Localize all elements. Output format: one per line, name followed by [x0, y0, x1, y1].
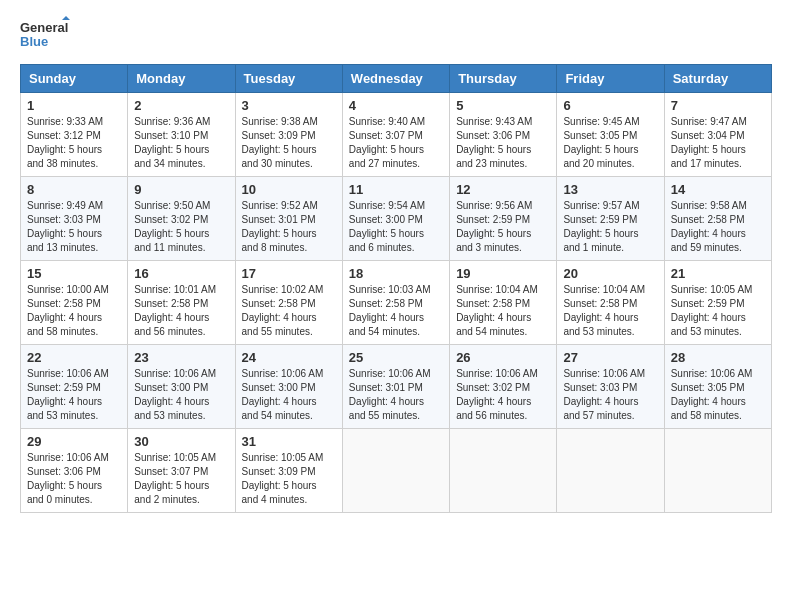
day-number: 28	[671, 350, 765, 365]
day-info: Sunrise: 9:56 AM Sunset: 2:59 PM Dayligh…	[456, 199, 550, 255]
calendar-day-16: 16Sunrise: 10:01 AM Sunset: 2:58 PM Dayl…	[128, 261, 235, 345]
day-info: Sunrise: 9:50 AM Sunset: 3:02 PM Dayligh…	[134, 199, 228, 255]
day-number: 8	[27, 182, 121, 197]
logo: General Blue	[20, 16, 70, 56]
calendar-header-row: SundayMondayTuesdayWednesdayThursdayFrid…	[21, 65, 772, 93]
day-number: 6	[563, 98, 657, 113]
day-info: Sunrise: 9:33 AM Sunset: 3:12 PM Dayligh…	[27, 115, 121, 171]
day-info: Sunrise: 9:47 AM Sunset: 3:04 PM Dayligh…	[671, 115, 765, 171]
calendar-day-20: 20Sunrise: 10:04 AM Sunset: 2:58 PM Dayl…	[557, 261, 664, 345]
day-info: Sunrise: 9:36 AM Sunset: 3:10 PM Dayligh…	[134, 115, 228, 171]
calendar-day-25: 25Sunrise: 10:06 AM Sunset: 3:01 PM Dayl…	[342, 345, 449, 429]
header: General Blue	[20, 16, 772, 56]
day-number: 10	[242, 182, 336, 197]
day-info: Sunrise: 9:54 AM Sunset: 3:00 PM Dayligh…	[349, 199, 443, 255]
calendar-day-19: 19Sunrise: 10:04 AM Sunset: 2:58 PM Dayl…	[450, 261, 557, 345]
calendar-day-24: 24Sunrise: 10:06 AM Sunset: 3:00 PM Dayl…	[235, 345, 342, 429]
calendar-day-22: 22Sunrise: 10:06 AM Sunset: 2:59 PM Dayl…	[21, 345, 128, 429]
day-header-thursday: Thursday	[450, 65, 557, 93]
day-header-sunday: Sunday	[21, 65, 128, 93]
day-info: Sunrise: 10:06 AM Sunset: 3:00 PM Daylig…	[134, 367, 228, 423]
day-header-tuesday: Tuesday	[235, 65, 342, 93]
calendar-week-3: 15Sunrise: 10:00 AM Sunset: 2:58 PM Dayl…	[21, 261, 772, 345]
day-info: Sunrise: 9:40 AM Sunset: 3:07 PM Dayligh…	[349, 115, 443, 171]
day-number: 12	[456, 182, 550, 197]
day-number: 5	[456, 98, 550, 113]
day-number: 7	[671, 98, 765, 113]
day-number: 1	[27, 98, 121, 113]
day-header-friday: Friday	[557, 65, 664, 93]
calendar-day-18: 18Sunrise: 10:03 AM Sunset: 2:58 PM Dayl…	[342, 261, 449, 345]
calendar-day-1: 1Sunrise: 9:33 AM Sunset: 3:12 PM Daylig…	[21, 93, 128, 177]
calendar-day-14: 14Sunrise: 9:58 AM Sunset: 2:58 PM Dayli…	[664, 177, 771, 261]
day-number: 25	[349, 350, 443, 365]
day-number: 21	[671, 266, 765, 281]
calendar-day-27: 27Sunrise: 10:06 AM Sunset: 3:03 PM Dayl…	[557, 345, 664, 429]
day-info: Sunrise: 10:02 AM Sunset: 2:58 PM Daylig…	[242, 283, 336, 339]
calendar-day-17: 17Sunrise: 10:02 AM Sunset: 2:58 PM Dayl…	[235, 261, 342, 345]
day-info: Sunrise: 9:57 AM Sunset: 2:59 PM Dayligh…	[563, 199, 657, 255]
day-number: 2	[134, 98, 228, 113]
day-header-monday: Monday	[128, 65, 235, 93]
day-number: 31	[242, 434, 336, 449]
calendar-day-21: 21Sunrise: 10:05 AM Sunset: 2:59 PM Dayl…	[664, 261, 771, 345]
calendar-day-23: 23Sunrise: 10:06 AM Sunset: 3:00 PM Dayl…	[128, 345, 235, 429]
calendar-day-30: 30Sunrise: 10:05 AM Sunset: 3:07 PM Dayl…	[128, 429, 235, 513]
calendar-day-9: 9Sunrise: 9:50 AM Sunset: 3:02 PM Daylig…	[128, 177, 235, 261]
empty-cell	[342, 429, 449, 513]
day-number: 26	[456, 350, 550, 365]
day-info: Sunrise: 10:05 AM Sunset: 2:59 PM Daylig…	[671, 283, 765, 339]
calendar-week-5: 29Sunrise: 10:06 AM Sunset: 3:06 PM Dayl…	[21, 429, 772, 513]
day-number: 30	[134, 434, 228, 449]
calendar-week-2: 8Sunrise: 9:49 AM Sunset: 3:03 PM Daylig…	[21, 177, 772, 261]
calendar-day-8: 8Sunrise: 9:49 AM Sunset: 3:03 PM Daylig…	[21, 177, 128, 261]
calendar-day-12: 12Sunrise: 9:56 AM Sunset: 2:59 PM Dayli…	[450, 177, 557, 261]
day-info: Sunrise: 10:06 AM Sunset: 3:02 PM Daylig…	[456, 367, 550, 423]
calendar-day-5: 5Sunrise: 9:43 AM Sunset: 3:06 PM Daylig…	[450, 93, 557, 177]
day-info: Sunrise: 10:00 AM Sunset: 2:58 PM Daylig…	[27, 283, 121, 339]
day-info: Sunrise: 10:06 AM Sunset: 3:03 PM Daylig…	[563, 367, 657, 423]
day-number: 27	[563, 350, 657, 365]
day-number: 29	[27, 434, 121, 449]
day-info: Sunrise: 9:52 AM Sunset: 3:01 PM Dayligh…	[242, 199, 336, 255]
calendar-day-28: 28Sunrise: 10:06 AM Sunset: 3:05 PM Dayl…	[664, 345, 771, 429]
day-info: Sunrise: 9:43 AM Sunset: 3:06 PM Dayligh…	[456, 115, 550, 171]
day-header-saturday: Saturday	[664, 65, 771, 93]
day-number: 14	[671, 182, 765, 197]
calendar-day-26: 26Sunrise: 10:06 AM Sunset: 3:02 PM Dayl…	[450, 345, 557, 429]
day-number: 9	[134, 182, 228, 197]
day-info: Sunrise: 10:05 AM Sunset: 3:09 PM Daylig…	[242, 451, 336, 507]
calendar-day-4: 4Sunrise: 9:40 AM Sunset: 3:07 PM Daylig…	[342, 93, 449, 177]
day-info: Sunrise: 10:04 AM Sunset: 2:58 PM Daylig…	[563, 283, 657, 339]
day-info: Sunrise: 10:05 AM Sunset: 3:07 PM Daylig…	[134, 451, 228, 507]
calendar-day-31: 31Sunrise: 10:05 AM Sunset: 3:09 PM Dayl…	[235, 429, 342, 513]
day-number: 22	[27, 350, 121, 365]
logo-svg: General Blue	[20, 16, 70, 56]
day-info: Sunrise: 10:04 AM Sunset: 2:58 PM Daylig…	[456, 283, 550, 339]
day-number: 18	[349, 266, 443, 281]
calendar-day-13: 13Sunrise: 9:57 AM Sunset: 2:59 PM Dayli…	[557, 177, 664, 261]
day-number: 20	[563, 266, 657, 281]
day-info: Sunrise: 9:45 AM Sunset: 3:05 PM Dayligh…	[563, 115, 657, 171]
empty-cell	[664, 429, 771, 513]
calendar-day-6: 6Sunrise: 9:45 AM Sunset: 3:05 PM Daylig…	[557, 93, 664, 177]
day-info: Sunrise: 9:58 AM Sunset: 2:58 PM Dayligh…	[671, 199, 765, 255]
calendar: SundayMondayTuesdayWednesdayThursdayFrid…	[20, 64, 772, 513]
day-info: Sunrise: 10:06 AM Sunset: 3:00 PM Daylig…	[242, 367, 336, 423]
day-info: Sunrise: 10:06 AM Sunset: 3:01 PM Daylig…	[349, 367, 443, 423]
calendar-week-4: 22Sunrise: 10:06 AM Sunset: 2:59 PM Dayl…	[21, 345, 772, 429]
day-info: Sunrise: 9:38 AM Sunset: 3:09 PM Dayligh…	[242, 115, 336, 171]
day-info: Sunrise: 10:01 AM Sunset: 2:58 PM Daylig…	[134, 283, 228, 339]
svg-text:Blue: Blue	[20, 34, 48, 49]
calendar-day-29: 29Sunrise: 10:06 AM Sunset: 3:06 PM Dayl…	[21, 429, 128, 513]
calendar-day-7: 7Sunrise: 9:47 AM Sunset: 3:04 PM Daylig…	[664, 93, 771, 177]
day-number: 13	[563, 182, 657, 197]
day-info: Sunrise: 10:06 AM Sunset: 2:59 PM Daylig…	[27, 367, 121, 423]
calendar-day-2: 2Sunrise: 9:36 AM Sunset: 3:10 PM Daylig…	[128, 93, 235, 177]
day-info: Sunrise: 10:06 AM Sunset: 3:05 PM Daylig…	[671, 367, 765, 423]
calendar-day-11: 11Sunrise: 9:54 AM Sunset: 3:00 PM Dayli…	[342, 177, 449, 261]
empty-cell	[557, 429, 664, 513]
day-info: Sunrise: 10:03 AM Sunset: 2:58 PM Daylig…	[349, 283, 443, 339]
day-number: 15	[27, 266, 121, 281]
calendar-day-15: 15Sunrise: 10:00 AM Sunset: 2:58 PM Dayl…	[21, 261, 128, 345]
